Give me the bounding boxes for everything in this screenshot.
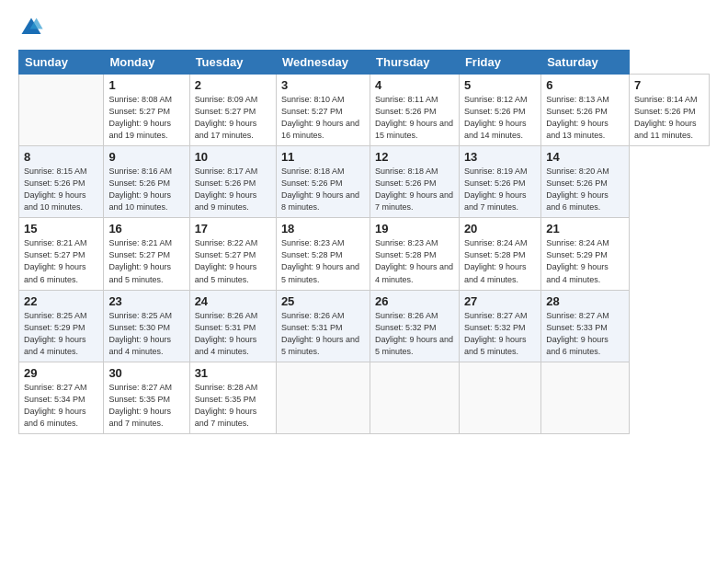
day-number: 17: [195, 222, 271, 236]
calendar-cell: 3Sunrise: 8:10 AMSunset: 5:27 PMDaylight…: [276, 75, 370, 146]
header: [18, 15, 710, 40]
day-number: 24: [195, 294, 271, 308]
day-number: 13: [464, 150, 536, 164]
calendar-cell: 25Sunrise: 8:26 AMSunset: 5:31 PMDayligh…: [276, 290, 370, 362]
day-info: Sunrise: 8:27 AMSunset: 5:35 PMDaylight:…: [108, 382, 184, 430]
day-info: Sunrise: 8:25 AMSunset: 5:30 PMDaylight:…: [108, 310, 184, 358]
calendar-cell: 6Sunrise: 8:13 AMSunset: 5:26 PMDaylight…: [541, 75, 630, 146]
day-number: 2: [195, 78, 271, 92]
calendar-cell: 27Sunrise: 8:27 AMSunset: 5:32 PMDayligh…: [459, 290, 540, 362]
calendar-cell: 22Sunrise: 8:25 AMSunset: 5:29 PMDayligh…: [19, 290, 104, 362]
calendar-week-row: 22Sunrise: 8:25 AMSunset: 5:29 PMDayligh…: [19, 290, 710, 362]
day-number: 21: [546, 222, 624, 236]
day-info: Sunrise: 8:21 AMSunset: 5:27 PMDaylight:…: [24, 237, 98, 285]
day-info: Sunrise: 8:23 AMSunset: 5:28 PMDaylight:…: [281, 237, 365, 285]
calendar-week-row: 1Sunrise: 8:08 AMSunset: 5:27 PMDaylight…: [19, 75, 710, 146]
day-number: 15: [24, 222, 98, 236]
day-number: 7: [634, 78, 704, 92]
calendar-cell: [19, 75, 104, 146]
logo: [18, 15, 48, 40]
day-info: Sunrise: 8:19 AMSunset: 5:26 PMDaylight:…: [464, 166, 536, 213]
calendar-cell: 29Sunrise: 8:27 AMSunset: 5:34 PMDayligh…: [19, 362, 104, 433]
day-info: Sunrise: 8:27 AMSunset: 5:32 PMDaylight:…: [464, 310, 536, 358]
day-number: 23: [108, 294, 184, 308]
day-number: 14: [546, 150, 624, 164]
day-number: 16: [108, 222, 184, 236]
calendar-cell: 26Sunrise: 8:26 AMSunset: 5:32 PMDayligh…: [370, 290, 460, 362]
calendar-cell: 15Sunrise: 8:21 AMSunset: 5:27 PMDayligh…: [19, 218, 104, 290]
day-info: Sunrise: 8:17 AMSunset: 5:26 PMDaylight:…: [195, 166, 271, 213]
calendar-cell: 11Sunrise: 8:18 AMSunset: 5:26 PMDayligh…: [276, 146, 370, 218]
col-header-friday: Friday: [459, 51, 540, 75]
calendar-cell: 9Sunrise: 8:16 AMSunset: 5:26 PMDaylight…: [104, 146, 189, 218]
day-info: Sunrise: 8:21 AMSunset: 5:27 PMDaylight:…: [108, 237, 184, 285]
day-info: Sunrise: 8:18 AMSunset: 5:26 PMDaylight:…: [375, 166, 454, 213]
day-number: 27: [464, 294, 536, 308]
day-number: 11: [281, 150, 365, 164]
calendar-cell: 8Sunrise: 8:15 AMSunset: 5:26 PMDaylight…: [19, 146, 104, 218]
day-info: Sunrise: 8:24 AMSunset: 5:28 PMDaylight:…: [464, 237, 536, 285]
calendar-cell: [541, 362, 630, 433]
day-info: Sunrise: 8:22 AMSunset: 5:27 PMDaylight:…: [195, 237, 271, 285]
day-number: 5: [464, 78, 536, 92]
day-info: Sunrise: 8:27 AMSunset: 5:33 PMDaylight:…: [546, 310, 624, 358]
day-number: 8: [24, 150, 98, 164]
page: SundayMondayTuesdayWednesdayThursdayFrid…: [0, 0, 728, 443]
col-header-tuesday: Tuesday: [189, 51, 276, 75]
day-number: 18: [281, 222, 365, 236]
col-header-saturday: Saturday: [541, 51, 630, 75]
logo-icon: [18, 15, 44, 40]
day-number: 4: [375, 78, 454, 92]
day-number: 28: [546, 294, 624, 308]
day-info: Sunrise: 8:15 AMSunset: 5:26 PMDaylight:…: [24, 166, 98, 213]
day-number: 26: [375, 294, 454, 308]
calendar-cell: 23Sunrise: 8:25 AMSunset: 5:30 PMDayligh…: [104, 290, 189, 362]
calendar-cell: [370, 362, 460, 433]
calendar-week-row: 15Sunrise: 8:21 AMSunset: 5:27 PMDayligh…: [19, 218, 710, 290]
calendar-table: SundayMondayTuesdayWednesdayThursdayFrid…: [18, 50, 710, 434]
day-info: Sunrise: 8:10 AMSunset: 5:27 PMDaylight:…: [281, 94, 365, 142]
calendar-cell: [459, 362, 540, 433]
calendar-header-row: SundayMondayTuesdayWednesdayThursdayFrid…: [19, 51, 710, 75]
calendar-cell: 19Sunrise: 8:23 AMSunset: 5:28 PMDayligh…: [370, 218, 460, 290]
calendar-cell: 20Sunrise: 8:24 AMSunset: 5:28 PMDayligh…: [459, 218, 540, 290]
calendar-cell: 4Sunrise: 8:11 AMSunset: 5:26 PMDaylight…: [370, 75, 460, 146]
calendar-cell: [276, 362, 370, 433]
calendar-cell: 28Sunrise: 8:27 AMSunset: 5:33 PMDayligh…: [541, 290, 630, 362]
day-number: 30: [108, 366, 184, 380]
calendar-cell: 7Sunrise: 8:14 AMSunset: 5:26 PMDaylight…: [629, 75, 709, 146]
calendar-cell: 16Sunrise: 8:21 AMSunset: 5:27 PMDayligh…: [104, 218, 189, 290]
calendar-cell: 21Sunrise: 8:24 AMSunset: 5:29 PMDayligh…: [541, 218, 630, 290]
col-header-thursday: Thursday: [370, 51, 460, 75]
day-info: Sunrise: 8:26 AMSunset: 5:31 PMDaylight:…: [281, 310, 365, 358]
calendar-cell: 10Sunrise: 8:17 AMSunset: 5:26 PMDayligh…: [189, 146, 276, 218]
col-header-wednesday: Wednesday: [276, 51, 370, 75]
calendar-cell: 30Sunrise: 8:27 AMSunset: 5:35 PMDayligh…: [104, 362, 189, 433]
day-number: 20: [464, 222, 536, 236]
calendar-cell: 2Sunrise: 8:09 AMSunset: 5:27 PMDaylight…: [189, 75, 276, 146]
calendar-cell: 17Sunrise: 8:22 AMSunset: 5:27 PMDayligh…: [189, 218, 276, 290]
calendar-cell: 14Sunrise: 8:20 AMSunset: 5:26 PMDayligh…: [541, 146, 630, 218]
day-info: Sunrise: 8:16 AMSunset: 5:26 PMDaylight:…: [108, 166, 184, 213]
day-number: 22: [24, 294, 98, 308]
day-info: Sunrise: 8:20 AMSunset: 5:26 PMDaylight:…: [546, 166, 624, 213]
day-number: 25: [281, 294, 365, 308]
day-number: 19: [375, 222, 454, 236]
day-info: Sunrise: 8:26 AMSunset: 5:31 PMDaylight:…: [195, 310, 271, 358]
day-info: Sunrise: 8:25 AMSunset: 5:29 PMDaylight:…: [24, 310, 98, 358]
calendar-cell: 24Sunrise: 8:26 AMSunset: 5:31 PMDayligh…: [189, 290, 276, 362]
col-header-sunday: Sunday: [19, 51, 104, 75]
day-number: 3: [281, 78, 365, 92]
col-header-monday: Monday: [104, 51, 189, 75]
day-info: Sunrise: 8:09 AMSunset: 5:27 PMDaylight:…: [195, 94, 271, 142]
calendar-cell: 18Sunrise: 8:23 AMSunset: 5:28 PMDayligh…: [276, 218, 370, 290]
calendar-cell: 5Sunrise: 8:12 AMSunset: 5:26 PMDaylight…: [459, 75, 540, 146]
day-number: 10: [195, 150, 271, 164]
day-info: Sunrise: 8:28 AMSunset: 5:35 PMDaylight:…: [195, 382, 271, 430]
day-number: 29: [24, 366, 98, 380]
calendar-week-row: 29Sunrise: 8:27 AMSunset: 5:34 PMDayligh…: [19, 362, 710, 433]
day-info: Sunrise: 8:11 AMSunset: 5:26 PMDaylight:…: [375, 94, 454, 142]
day-number: 31: [195, 366, 271, 380]
calendar-cell: 13Sunrise: 8:19 AMSunset: 5:26 PMDayligh…: [459, 146, 540, 218]
day-number: 1: [108, 78, 184, 92]
